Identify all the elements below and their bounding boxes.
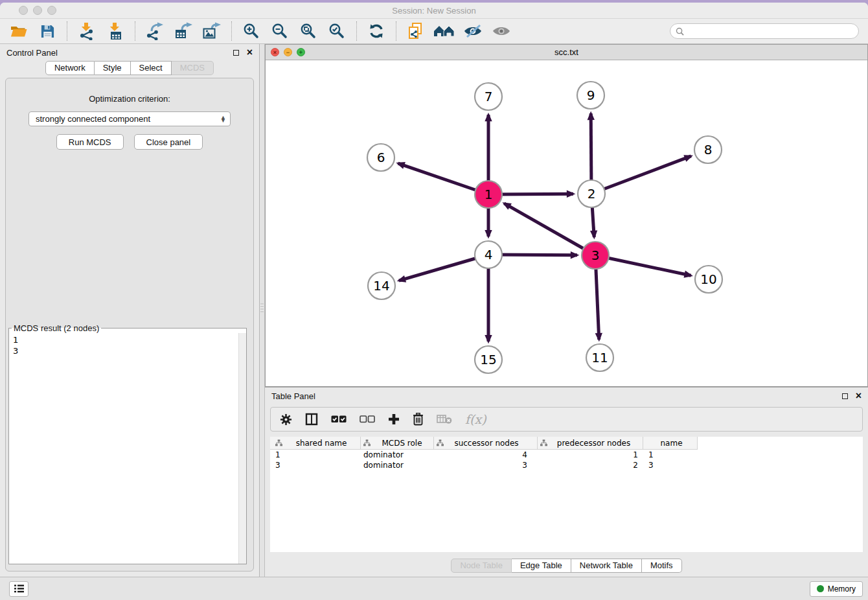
column-header-predecessor-nodes[interactable]: predecessor nodes: [538, 437, 643, 450]
close-table-panel-icon[interactable]: ×: [856, 393, 862, 399]
column-header-shared-name[interactable]: shared name: [270, 437, 361, 450]
network-view-window: × − + scc.txt 7968124314101511: [265, 44, 868, 387]
tab-edge-table[interactable]: Edge Table: [512, 559, 571, 573]
zoom-in-button[interactable]: [239, 21, 264, 41]
application-window: Session: New Session: [0, 3, 868, 600]
delete-column-button[interactable]: [413, 413, 424, 426]
cell-mcds-role[interactable]: dominator: [361, 450, 434, 459]
float-table-panel-icon[interactable]: [842, 393, 848, 399]
close-window-button[interactable]: [19, 6, 28, 15]
tab-network-table[interactable]: Network Table: [571, 559, 642, 573]
splitter-grip-icon[interactable]: [260, 303, 264, 312]
network-close-button[interactable]: ×: [271, 48, 279, 56]
unchecked-boxes-icon: [360, 415, 375, 424]
hierarchy-icon: [437, 439, 444, 446]
float-panel-icon[interactable]: [233, 50, 239, 56]
delete-table-icon: [437, 414, 452, 424]
tab-style[interactable]: Style: [95, 61, 131, 75]
show-all-networks-button[interactable]: [432, 21, 457, 41]
criterion-selected-value: strongly connected component: [36, 114, 220, 124]
checked-boxes-icon: [331, 415, 347, 424]
apply-layout-button[interactable]: [364, 21, 389, 41]
graph-node-label: 4: [485, 247, 493, 262]
mcds-result-area[interactable]: 1 3: [9, 333, 246, 564]
toolbar-separator: [135, 21, 135, 41]
network-canvas[interactable]: 7968124314101511: [266, 60, 867, 386]
table-panel-title: Table Panel: [271, 391, 842, 401]
zoom-window-button[interactable]: [47, 6, 56, 15]
eye-slash-icon: [463, 23, 483, 39]
open-file-button[interactable]: [6, 21, 31, 41]
clone-network-button[interactable]: [404, 21, 428, 41]
panel-splitter[interactable]: [260, 44, 265, 577]
cell-successor-nodes[interactable]: 4: [434, 450, 538, 459]
close-panel-icon[interactable]: ×: [247, 49, 253, 56]
graph-node-label: 2: [588, 186, 596, 202]
tab-network[interactable]: Network: [45, 61, 95, 75]
node-table[interactable]: shared name MCDS role successor nodes: [270, 437, 863, 552]
zoom-in-icon: [242, 22, 260, 40]
mcds-result-title: MCDS result (2 nodes): [12, 323, 101, 333]
result-scrollbar[interactable]: [238, 333, 246, 564]
show-selected-button[interactable]: [489, 21, 514, 41]
network-maximize-button[interactable]: +: [297, 48, 305, 56]
network-minimize-button[interactable]: −: [284, 48, 292, 56]
run-mcds-button[interactable]: Run MCDS: [56, 134, 124, 150]
table-row[interactable]: 1 dominator 4 1 1: [270, 450, 863, 460]
select-all-columns-button[interactable]: [331, 415, 347, 424]
export-table-button[interactable]: [171, 21, 196, 41]
zoom-out-button[interactable]: [268, 21, 292, 41]
tab-node-table[interactable]: Node Table: [451, 559, 512, 573]
zoom-selected-button[interactable]: [325, 21, 349, 41]
export-network-icon: [145, 22, 165, 40]
export-network-button[interactable]: [143, 21, 167, 41]
import-network-icon: [78, 22, 96, 40]
memory-status-icon: [817, 585, 824, 592]
network-window-title: scc.txt: [554, 47, 578, 57]
cell-name[interactable]: 3: [643, 461, 698, 470]
tab-mcds[interactable]: MCDS: [172, 61, 214, 75]
cell-shared-name[interactable]: 3: [270, 461, 361, 470]
search-box[interactable]: [670, 23, 859, 39]
hide-selected-button[interactable]: [461, 21, 485, 41]
cell-name[interactable]: 1: [643, 450, 698, 459]
delete-table-button-disabled: [437, 414, 452, 424]
column-header-name[interactable]: name: [643, 437, 698, 450]
close-panel-button[interactable]: Close panel: [134, 134, 203, 150]
column-header-mcds-role[interactable]: MCDS role: [361, 437, 434, 450]
cell-successor-nodes[interactable]: 3: [434, 461, 538, 470]
create-column-button[interactable]: [388, 413, 400, 425]
optimization-criterion-label: Optimization criterion:: [6, 94, 253, 104]
task-history-button[interactable]: [9, 581, 29, 597]
graph-node-label: 6: [377, 150, 385, 165]
import-table-button[interactable]: [103, 21, 128, 41]
tab-select[interactable]: Select: [131, 61, 172, 75]
table-tabs: Node Table Edge Table Network Table Moti…: [265, 559, 868, 573]
zoom-fit-button[interactable]: [296, 21, 321, 41]
cell-predecessor-nodes[interactable]: 1: [538, 450, 643, 459]
table-row[interactable]: 3 dominator 3 2 3: [270, 460, 863, 470]
cell-mcds-role[interactable]: dominator: [361, 461, 434, 470]
save-session-button[interactable]: [35, 21, 60, 41]
minimize-window-button[interactable]: [33, 6, 42, 15]
table-panel-header: Table Panel ×: [265, 387, 868, 404]
cell-predecessor-nodes[interactable]: 2: [538, 461, 643, 470]
criterion-select[interactable]: strongly connected component ▲▼: [29, 111, 231, 126]
export-image-button[interactable]: [200, 21, 224, 41]
network-graph[interactable]: 7968124314101511: [266, 60, 867, 387]
search-input[interactable]: [687, 26, 853, 36]
control-panel: Control Panel × Network Style Select MCD…: [0, 44, 260, 577]
show-column-button[interactable]: [305, 413, 318, 426]
graph-node-label: 15: [480, 352, 496, 367]
import-network-button[interactable]: [74, 21, 99, 41]
unselect-all-columns-button[interactable]: [360, 415, 375, 424]
select-stepper-icon: ▲▼: [220, 116, 226, 122]
tab-motifs[interactable]: Motifs: [642, 559, 682, 573]
table-settings-button[interactable]: [280, 413, 292, 426]
function-builder-button-disabled: f(x): [465, 412, 486, 426]
import-table-icon: [106, 22, 124, 40]
cell-shared-name[interactable]: 1: [270, 450, 361, 459]
column-header-successor-nodes[interactable]: successor nodes: [434, 437, 538, 450]
toolbar-separator: [67, 21, 67, 41]
memory-button[interactable]: Memory: [810, 581, 863, 597]
